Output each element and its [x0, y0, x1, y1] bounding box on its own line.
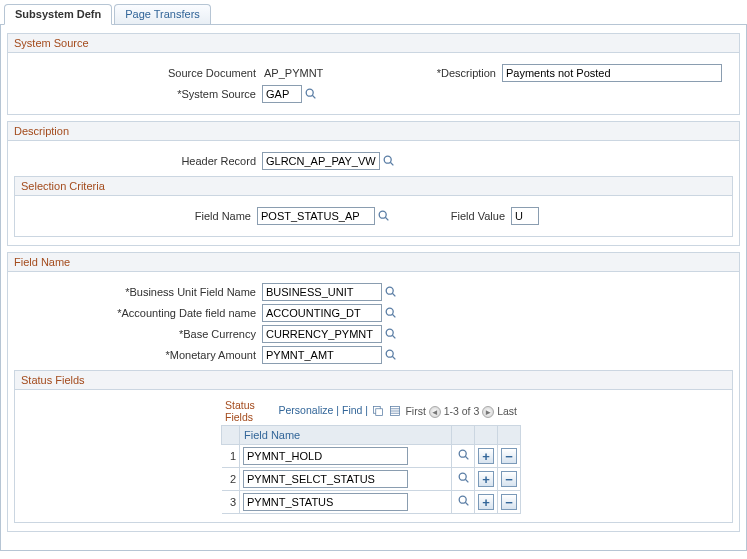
svg-line-5 — [385, 217, 388, 220]
grid-field-name-input[interactable] — [243, 493, 408, 511]
input-sc-field-value[interactable] — [511, 207, 539, 225]
grid-range: 1-3 of 3 — [444, 405, 480, 417]
lookup-icon[interactable] — [384, 285, 398, 299]
section-status-fields: Status Fields Status Fields Personalize … — [14, 370, 733, 523]
label-header-record: Header Record — [14, 155, 262, 167]
grid-status-fields: Status Fields Personalize | Find | First — [221, 398, 521, 514]
svg-point-8 — [386, 308, 393, 315]
input-header-record[interactable] — [262, 152, 380, 170]
svg-point-12 — [386, 350, 393, 357]
input-description[interactable] — [502, 64, 722, 82]
input-monetary-amount[interactable] — [262, 346, 382, 364]
grid-field-name-input[interactable] — [243, 470, 408, 488]
grid-row-index: 2 — [222, 468, 240, 491]
tab-bar: Subsystem Defn Page Transfers — [0, 0, 747, 25]
add-row-button[interactable]: + — [478, 494, 494, 510]
delete-row-button[interactable]: − — [501, 448, 517, 464]
table-row: 2 + − — [222, 468, 521, 491]
section-title-field-name: Field Name — [7, 252, 740, 271]
label-source-document: Source Document — [14, 67, 262, 79]
svg-line-21 — [465, 456, 468, 459]
lookup-icon[interactable] — [377, 209, 391, 223]
label-system-source: System Source — [177, 88, 256, 100]
zoom-icon[interactable] — [372, 407, 384, 419]
lookup-icon[interactable] — [457, 494, 471, 508]
label-base-currency: Base Currency — [179, 328, 256, 340]
label-bu-field-name: Business Unit Field Name — [125, 286, 256, 298]
label-monetary-amount: Monetary Amount — [166, 349, 257, 361]
svg-line-25 — [465, 502, 468, 505]
svg-line-13 — [392, 356, 395, 359]
tab-content: System Source Source Document AP_PYMNT D… — [0, 25, 747, 551]
svg-line-1 — [312, 95, 315, 98]
section-field-name: Field Name Business Unit Field Name Acco… — [7, 252, 740, 532]
section-system-source: System Source Source Document AP_PYMNT D… — [7, 33, 740, 115]
grid-personalize-link[interactable]: Personalize — [279, 404, 334, 416]
svg-point-2 — [384, 156, 391, 163]
tab-page-transfers[interactable]: Page Transfers — [114, 4, 211, 24]
add-row-button[interactable]: + — [478, 448, 494, 464]
grid-field-name-input[interactable] — [243, 447, 408, 465]
lookup-icon[interactable] — [384, 306, 398, 320]
lookup-icon[interactable] — [384, 348, 398, 362]
grid-last-label: Last — [497, 405, 517, 417]
add-row-button[interactable]: + — [478, 471, 494, 487]
grid-first-label: First — [405, 405, 425, 417]
svg-point-10 — [386, 329, 393, 336]
label-description: Description — [437, 67, 496, 79]
table-row: 1 + − — [222, 445, 521, 468]
input-system-source[interactable] — [262, 85, 302, 103]
svg-point-20 — [459, 450, 466, 457]
label-acct-date-field-name: Accounting Date field name — [117, 307, 256, 319]
label-sc-field-value: Field Value — [391, 210, 511, 222]
svg-rect-15 — [376, 408, 383, 415]
svg-point-6 — [386, 287, 393, 294]
grid-col-field-name[interactable]: Field Name — [240, 426, 452, 445]
input-acct-date-field-name[interactable] — [262, 304, 382, 322]
svg-line-7 — [392, 293, 395, 296]
input-sc-field-name[interactable] — [257, 207, 375, 225]
svg-line-11 — [392, 335, 395, 338]
lookup-icon[interactable] — [384, 327, 398, 341]
section-description: Description Header Record Selection Crit… — [7, 121, 740, 246]
section-selection-criteria: Selection Criteria Field Name Field Valu… — [14, 176, 733, 237]
svg-point-24 — [459, 496, 466, 503]
section-title-description: Description — [7, 121, 740, 140]
input-base-currency[interactable] — [262, 325, 382, 343]
grid-row-index: 1 — [222, 445, 240, 468]
lookup-icon[interactable] — [457, 448, 471, 462]
tab-subsystem-defn[interactable]: Subsystem Defn — [4, 4, 112, 25]
grid-title: Status Fields — [225, 400, 275, 423]
table-row: 3 + − — [222, 491, 521, 514]
svg-line-9 — [392, 314, 395, 317]
svg-point-4 — [379, 211, 386, 218]
lookup-icon[interactable] — [304, 87, 318, 101]
lookup-icon[interactable] — [457, 471, 471, 485]
svg-point-0 — [306, 89, 313, 96]
svg-line-23 — [465, 479, 468, 482]
label-sc-field-name: Field Name — [21, 210, 257, 222]
section-title-status-fields: Status Fields — [14, 370, 733, 389]
grid-next-icon[interactable]: ► — [482, 406, 494, 418]
input-bu-field-name[interactable] — [262, 283, 382, 301]
section-title-selection-criteria: Selection Criteria — [14, 176, 733, 195]
delete-row-button[interactable]: − — [501, 494, 517, 510]
svg-line-3 — [390, 162, 393, 165]
grid-find-link[interactable]: Find — [342, 404, 362, 416]
grid-prev-icon[interactable]: ◄ — [429, 406, 441, 418]
delete-row-button[interactable]: − — [501, 471, 517, 487]
download-icon[interactable] — [389, 407, 401, 419]
svg-point-22 — [459, 473, 466, 480]
value-source-document: AP_PYMNT — [262, 67, 412, 79]
grid-row-index: 3 — [222, 491, 240, 514]
section-title-system-source: System Source — [7, 33, 740, 52]
lookup-icon[interactable] — [382, 154, 396, 168]
